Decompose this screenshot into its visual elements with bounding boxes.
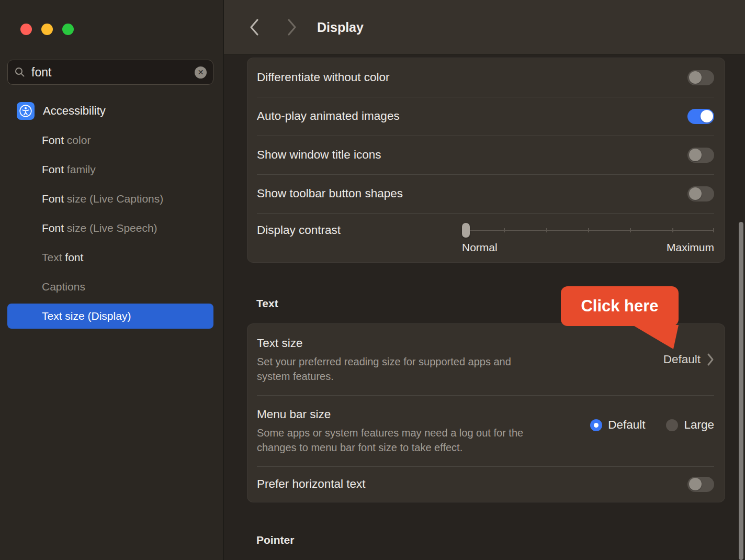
forward-icon: [287, 18, 297, 37]
sidebar: ✕ Accessibility Font color Font family F…: [0, 0, 224, 560]
radio-option-default[interactable]: Default: [590, 418, 645, 432]
sidebar-item-font-family[interactable]: Font family: [7, 157, 213, 182]
setting-label: Prefer horizontal text: [257, 477, 366, 491]
radio-circle[interactable]: [666, 419, 678, 431]
slider-track[interactable]: [462, 222, 714, 238]
slider-labels: Normal Maximum: [462, 241, 714, 254]
search-results-list: Font color Font family Font size (Live C…: [7, 128, 213, 333]
label-part: size (Live Captions): [64, 193, 163, 205]
label-part: Text size (Display): [42, 310, 131, 322]
search-icon: [14, 66, 26, 78]
slider-tick: [588, 228, 589, 232]
setting-row-display-contrast: Display contrast Normal Maximum: [247, 213, 725, 262]
label-part: color: [64, 134, 91, 147]
toggle-differentiate-without-color[interactable]: [687, 70, 714, 85]
toggle-prefer-horizontal-text[interactable]: [687, 477, 714, 492]
search-input[interactable]: [31, 65, 189, 80]
display-contrast-slider[interactable]: Normal Maximum: [462, 222, 714, 254]
label-part: size (Live Speech): [64, 222, 157, 234]
sidebar-item-text-font[interactable]: Text font: [7, 245, 213, 270]
slider-tick: [713, 228, 714, 232]
zoom-button[interactable]: [62, 24, 74, 35]
display-options-card: Differentiate without color Auto-play an…: [247, 58, 725, 263]
label-part: Font: [42, 134, 64, 147]
slider-tick: [546, 228, 547, 232]
setting-label: Show window title icons: [257, 148, 381, 162]
slider-tick: [672, 228, 673, 232]
slider-max-label: Maximum: [667, 241, 714, 254]
setting-row-show-toolbar-button-shapes: Show toolbar button shapes: [247, 174, 725, 213]
click-here-callout: Click here: [561, 286, 679, 326]
back-button[interactable]: [247, 17, 262, 38]
setting-description: Some apps or system features may need a …: [257, 425, 542, 455]
setting-label: Show toolbar button shapes: [257, 187, 403, 200]
accessibility-icon: [17, 102, 35, 120]
toggle-show-toolbar-button-shapes[interactable]: [687, 186, 714, 201]
callout-label: Click here: [581, 297, 658, 316]
setting-label: Display contrast: [257, 222, 341, 238]
clear-search-icon[interactable]: ✕: [195, 66, 207, 79]
label-part: Text: [42, 251, 65, 264]
toggle-knob: [689, 71, 702, 84]
label-part: Font: [42, 222, 64, 234]
sidebar-item-font-size-live-speech[interactable]: Font size (Live Speech): [7, 216, 213, 241]
setting-row-show-window-title-icons: Show window title icons: [247, 136, 725, 174]
main-header: Display: [224, 0, 745, 55]
toggle-knob: [689, 187, 702, 200]
label-part: Font: [42, 163, 64, 176]
setting-text-block: Menu bar size Some apps or system featur…: [257, 407, 542, 455]
setting-row-auto-play-animated-images: Auto-play animated images: [247, 97, 725, 136]
radio-option-large[interactable]: Large: [666, 418, 714, 432]
menu-bar-size-radio-group: Default Large: [590, 418, 714, 432]
slider-tick: [630, 228, 631, 232]
setting-description: Set your preferred reading size for supp…: [257, 354, 542, 384]
setting-text-block: Text size Set your preferred reading siz…: [257, 335, 542, 384]
toggle-knob: [689, 149, 702, 161]
label-part: font: [65, 251, 83, 264]
radio-circle[interactable]: [590, 419, 602, 431]
search-field[interactable]: ✕: [7, 60, 213, 85]
radio-label: Large: [684, 418, 714, 432]
section-title-pointer: Pointer: [256, 534, 294, 546]
callout-tail: [625, 325, 680, 350]
setting-label: Auto-play animated images: [257, 109, 400, 123]
window-controls: [20, 24, 74, 35]
accessibility-label: Accessibility: [43, 104, 106, 118]
sidebar-item-text-size-display[interactable]: Text size (Display): [7, 304, 213, 329]
toggle-auto-play-animated-images[interactable]: [687, 109, 714, 124]
setting-row-differentiate-without-color: Differentiate without color: [247, 58, 725, 97]
slider-knob[interactable]: [462, 223, 470, 238]
settings-window: { "sidebar": { "search": { "value": "fon…: [0, 0, 745, 560]
setting-label: Differentiate without color: [257, 71, 389, 84]
text-size-value[interactable]: Default: [663, 353, 714, 366]
minimize-button[interactable]: [41, 24, 53, 35]
section-title-text: Text: [256, 297, 278, 310]
scrollbar-thumb[interactable]: [739, 222, 743, 560]
toggle-knob: [689, 478, 702, 490]
forward-button[interactable]: [285, 17, 299, 38]
label-part: Captions: [42, 281, 85, 293]
setting-label: Text size: [257, 335, 542, 351]
page-title: Display: [317, 20, 364, 35]
label-part: family: [64, 163, 96, 176]
chevron-right-icon: [707, 353, 714, 366]
back-icon: [249, 18, 259, 37]
main-pane: Display Differentiate without color Auto…: [224, 0, 745, 560]
slider-min-label: Normal: [462, 241, 498, 254]
label-part: Font: [42, 193, 64, 205]
toggle-show-window-title-icons[interactable]: [687, 148, 714, 163]
sidebar-item-font-size-live-captions[interactable]: Font size (Live Captions): [7, 186, 213, 211]
setting-label: Menu bar size: [257, 407, 542, 422]
sidebar-item-font-color[interactable]: Font color: [7, 128, 213, 153]
toggle-knob: [701, 110, 713, 122]
sidebar-item-captions[interactable]: Captions: [7, 274, 213, 299]
text-settings-card: Text size Set your preferred reading siz…: [247, 323, 725, 502]
close-button[interactable]: [20, 24, 32, 35]
radio-label: Default: [608, 418, 645, 432]
sidebar-item-accessibility[interactable]: Accessibility: [7, 99, 213, 122]
setting-row-prefer-horizontal-text: Prefer horizontal text: [247, 466, 725, 502]
slider-tick: [504, 228, 505, 232]
setting-row-menu-bar-size: Menu bar size Some apps or system featur…: [247, 395, 725, 466]
text-size-current-value: Default: [663, 353, 701, 366]
